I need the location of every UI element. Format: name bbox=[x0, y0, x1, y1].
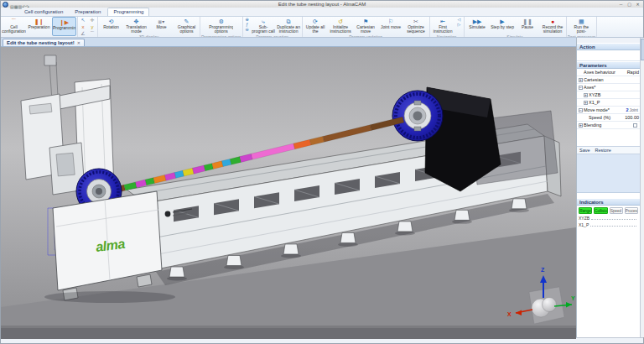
translation-mode-button[interactable]: ✥Translation mode bbox=[124, 17, 148, 34]
sub-program-call-button[interactable]: ⤷Sub-program call bbox=[252, 17, 276, 34]
expander-icon[interactable]: + bbox=[584, 93, 588, 97]
scissors-icon: ✂ bbox=[413, 18, 418, 25]
programming-button[interactable]: ❙▶Programming bbox=[52, 17, 76, 36]
ribbon-group-measure: ↖✛xy∠⌒Measure bbox=[78, 17, 98, 37]
first-instruction-button[interactable]: ⇤First instruction bbox=[431, 17, 455, 34]
indicator-buttons: RangeCollisionSpeedProcess bbox=[577, 206, 640, 216]
measure-arc-button[interactable]: ⌒ bbox=[88, 31, 96, 37]
parameter-row-speed[interactable]: Speed (%)100.00 bbox=[577, 114, 640, 122]
expander-icon[interactable]: + bbox=[579, 123, 583, 128]
parameter-value[interactable]: Rapid bbox=[627, 70, 640, 75]
measure-y-button[interactable]: y bbox=[88, 24, 96, 30]
indicator-collision[interactable]: Collision bbox=[594, 207, 607, 214]
parameter-row-cartesian[interactable]: +Cartesian bbox=[577, 76, 640, 84]
ribbon-group-label: Navigation bbox=[431, 34, 463, 37]
ribbon-group-program-creation: ⊕ƒ⊖⤷Sub-program call⧉Duplicate an instru… bbox=[243, 17, 303, 37]
ribbon-group-simulate: ▶▶Simulate▶Step by step❚❚Pause●Record th… bbox=[465, 17, 567, 37]
update-all-programs-button[interactable]: ⟳Update all the programs bbox=[304, 17, 328, 34]
preview-box bbox=[577, 154, 640, 193]
expander-icon[interactable]: + bbox=[584, 101, 588, 105]
parameter-label: XYZB bbox=[589, 92, 640, 97]
parameter-row-xyzb[interactable]: +XYZB bbox=[577, 91, 640, 99]
close-button[interactable]: ✕ bbox=[634, 2, 641, 8]
measure-distance-button[interactable]: ✛ bbox=[88, 18, 96, 23]
scrollbar-thumb[interactable] bbox=[641, 39, 644, 60]
duplicate-icon: ⧉ bbox=[287, 18, 291, 25]
parameters-section-header[interactable]: Parameters bbox=[577, 61, 640, 69]
cartesian-move-button[interactable]: ⚑Cartesian move bbox=[354, 17, 378, 34]
parameter-row-x1-p[interactable]: +X1_P bbox=[577, 99, 640, 107]
redo-icon[interactable]: ↷ bbox=[25, 4, 29, 9]
select-tool-button[interactable]: ↖ bbox=[79, 18, 87, 23]
ribbon: ⌒Cell configuration❚❙Preparation❙▶Progra… bbox=[1, 17, 643, 38]
window-controls: ─▢✕ bbox=[617, 2, 643, 8]
joint-move-icon: ⚐ bbox=[388, 18, 393, 25]
ribbon-group-label: Programming options bbox=[201, 34, 242, 37]
expander-icon[interactable]: + bbox=[579, 78, 583, 82]
expander-icon[interactable]: − bbox=[579, 108, 583, 112]
step-by-step-button[interactable]: ▶Step by step bbox=[491, 17, 515, 34]
duplicate-instruction-button[interactable]: ⧉Duplicate an instruction bbox=[277, 17, 301, 34]
ribbon-group-label: 3D display bbox=[99, 34, 199, 37]
indicator-process[interactable]: Process bbox=[625, 207, 638, 214]
panel-scrollbar[interactable] bbox=[640, 38, 644, 337]
parameter-row-axes-behaviour[interactable]: Axes behaviourRapid bbox=[577, 69, 640, 76]
indicator-range[interactable]: Range bbox=[579, 207, 592, 214]
simulate-button[interactable]: ▶▶Simulate bbox=[465, 17, 490, 34]
machine-scene[interactable]: alma bbox=[1, 47, 576, 339]
joint-move-button[interactable]: ⚐Joint move bbox=[379, 17, 403, 34]
run-post-processor-button[interactable]: ▦Run the post-processor bbox=[569, 17, 594, 34]
indicator-speed[interactable]: Speed bbox=[610, 207, 623, 214]
next-instruction-button[interactable]: ▷ bbox=[456, 23, 463, 27]
preparation-button[interactable]: ❚❙Preparation bbox=[27, 17, 51, 36]
indicator-row-x1-p: X1_P bbox=[577, 222, 640, 229]
measure-x-button[interactable]: x bbox=[79, 24, 87, 30]
programming-icon: ❙▶ bbox=[60, 18, 69, 26]
cell-configuration-button-label: Cell configuration bbox=[2, 25, 26, 34]
checkbox[interactable] bbox=[633, 123, 637, 128]
parameter-row-blending[interactable]: +Blending bbox=[577, 122, 640, 129]
ribbon-group-label: Simulate bbox=[465, 34, 565, 37]
programming-options-button[interactable]: ⚙Programming options bbox=[209, 17, 233, 34]
ribbon-group-3d-display: ⟲Rotation✥Translation mode⧈▾Move✎Graphic… bbox=[98, 17, 200, 37]
cell-configuration-icon: ⌒ bbox=[11, 18, 17, 25]
document-tab-close-icon[interactable]: ✕ bbox=[77, 39, 80, 46]
application-logo-icon[interactable] bbox=[3, 2, 8, 8]
preparation-icon: ❚❙ bbox=[34, 18, 44, 25]
restore-button[interactable]: Restore bbox=[595, 148, 611, 153]
pause-button[interactable]: ❚❚Pause bbox=[516, 17, 540, 34]
action-section-header[interactable]: Action bbox=[577, 43, 640, 50]
expander-icon[interactable]: − bbox=[579, 86, 583, 90]
minimize-button[interactable]: ─ bbox=[617, 2, 625, 8]
document-tab[interactable]: Edit the tube nesting layout! ✕ bbox=[3, 39, 85, 46]
parameter-row-move-mode[interactable]: −Move mode*2Joint bbox=[577, 107, 640, 114]
cartesian-move-button-label: Cartesian move bbox=[354, 25, 378, 34]
record-simulation-button[interactable]: ●Record the simulation bbox=[541, 17, 565, 34]
measure-angle-button[interactable]: ∠ bbox=[79, 31, 87, 37]
right-panel: Action Parameters Axes behaviourRapid+Ca… bbox=[576, 38, 640, 337]
title-bar: ▤▦▥↶↷ Edit the tube nesting layout - Alm… bbox=[1, 1, 643, 8]
save-button[interactable]: Save bbox=[579, 148, 590, 153]
monitor-icon: ▦ bbox=[579, 18, 584, 25]
first-instruction-button-label: First instruction bbox=[431, 25, 455, 34]
remove-instruction-button[interactable]: ⊖ bbox=[244, 28, 251, 32]
optimize-sequence-button[interactable]: ✂Optimize sequence bbox=[404, 17, 428, 34]
run-post-processor-button-label: Run the post-processor bbox=[569, 25, 594, 34]
indicators-section-header[interactable]: Indicators bbox=[577, 198, 640, 206]
move-button[interactable]: ⧈▾Move bbox=[149, 17, 174, 34]
ribbon-tab-programming[interactable]: Programming bbox=[107, 8, 149, 16]
parameter-label: Speed (%) bbox=[589, 115, 625, 120]
initialize-instructions-button[interactable]: ↺Initialize instructions bbox=[329, 17, 353, 34]
graphical-options-button[interactable]: ✎Graphical options bbox=[174, 17, 199, 34]
cell-configuration-button[interactable]: ⌒Cell configuration bbox=[2, 17, 26, 36]
parameter-label: Blending bbox=[584, 122, 633, 128]
maximize-button[interactable]: ▢ bbox=[626, 2, 633, 8]
parameter-value[interactable]: 100.00 bbox=[625, 115, 640, 120]
ribbon-tab-preparation[interactable]: Preparation bbox=[70, 8, 106, 16]
parameter-row-axes[interactable]: −Axes* bbox=[577, 84, 640, 91]
rotation-button[interactable]: ⟲Rotation bbox=[99, 17, 123, 34]
pause-icon: ❚❚ bbox=[522, 18, 532, 25]
viewport-3d[interactable]: alma bbox=[1, 47, 576, 339]
simulate-button-label: Simulate bbox=[465, 25, 490, 34]
rotation-button-label: Rotation bbox=[99, 25, 123, 34]
